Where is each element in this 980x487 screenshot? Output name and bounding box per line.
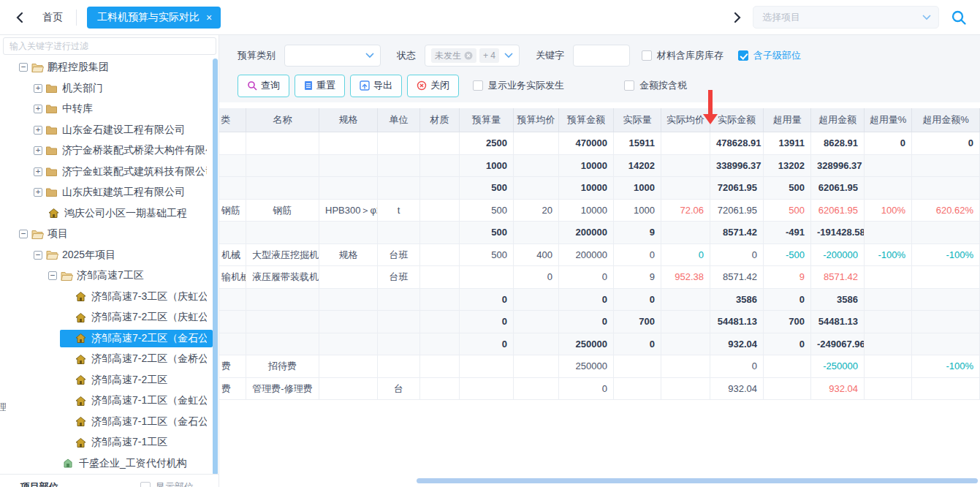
- tree-item[interactable]: 鸿庆公司小区一期基础工程: [0, 203, 213, 224]
- expand-icon[interactable]: +: [34, 188, 42, 197]
- collapse-icon[interactable]: −: [19, 63, 28, 72]
- include-children-checkbox[interactable]: [738, 50, 748, 61]
- tree-item[interactable]: 济邹高速7-2工区（金石公司）: [0, 328, 213, 350]
- expand-icon[interactable]: +: [34, 126, 42, 135]
- table-cell: [420, 378, 460, 401]
- table-cell: 钢筋: [219, 200, 246, 222]
- table-cell: [514, 311, 559, 333]
- column-header[interactable]: 实际均价: [661, 108, 710, 132]
- show-parts-checkbox[interactable]: [140, 482, 151, 487]
- tabs-forward-icon[interactable]: [729, 9, 745, 26]
- tree-item[interactable]: 千盛企业_工资代付机构: [0, 453, 213, 475]
- home-icon: [75, 355, 88, 364]
- collapse-icon[interactable]: −: [48, 271, 57, 280]
- table-row[interactable]: 250047000015911478628.91139118628.9100: [219, 132, 980, 155]
- sidebar-vertical-scrollbar[interactable]: [213, 58, 218, 475]
- close-button[interactable]: 关闭: [407, 75, 459, 97]
- column-header[interactable]: 预算金额: [559, 108, 614, 132]
- show-actual-checkbox-group[interactable]: 显示业务实际发生: [473, 79, 564, 92]
- show-actual-checkbox[interactable]: [473, 80, 483, 91]
- column-header[interactable]: 超用量: [764, 108, 811, 132]
- tree-item[interactable]: 济邹高速7-2工区: [0, 370, 213, 391]
- table-cell: [378, 311, 420, 333]
- chevron-down-icon: [365, 53, 374, 58]
- table-row[interactable]: 50020000098571.42-491-191428.58: [219, 222, 980, 244]
- table-cell: [912, 378, 980, 401]
- table-row[interactable]: 费招待费2500000-250000-100%: [219, 355, 980, 378]
- table-row[interactable]: 钢筋钢筋HPB300＞φ2t5002010000100072.0672061.9…: [219, 200, 980, 222]
- column-header[interactable]: 超用金额: [811, 108, 865, 132]
- column-header[interactable]: 材质: [420, 108, 460, 132]
- tree-item[interactable]: +山东金石建设工程有限公司: [0, 120, 213, 141]
- tab-close-icon[interactable]: ×: [206, 12, 212, 23]
- column-header[interactable]: 实际量: [614, 108, 661, 132]
- expand-icon[interactable]: +: [34, 105, 42, 113]
- column-header[interactable]: 超用金额%: [912, 108, 980, 132]
- project-search-icon[interactable]: [948, 7, 970, 29]
- table-cell: 8628.91: [811, 132, 865, 155]
- tree-item[interactable]: 济邹高速7-1工区（金石公司）: [0, 412, 213, 433]
- tree-item[interactable]: +济宁金虹装配式建筑科技有限公司: [0, 162, 213, 183]
- tabs-back-icon[interactable]: [12, 9, 28, 26]
- column-header[interactable]: 单位: [378, 108, 420, 132]
- tree-item[interactable]: +中转库: [0, 99, 213, 120]
- tax-included-checkbox[interactable]: [624, 80, 634, 91]
- table-row[interactable]: 000358603586: [219, 289, 980, 312]
- tree-item[interactable]: 济邹高速7-1工区: [0, 432, 213, 453]
- tree-item[interactable]: −济邹高速7工区: [0, 265, 213, 287]
- table-row[interactable]: 费管理费-修理费台0932.04932.04: [219, 378, 980, 401]
- project-select[interactable]: 选择项目: [753, 6, 939, 29]
- table-cell: [319, 132, 378, 155]
- tree-item[interactable]: +机关部门: [0, 78, 213, 99]
- keyword-input[interactable]: [573, 45, 630, 67]
- column-header[interactable]: 预算量: [460, 108, 514, 132]
- table-row[interactable]: 10001000014202338996.3713202328996.37: [219, 155, 980, 178]
- material-stock-checkbox[interactable]: [642, 50, 652, 61]
- table-cell: [246, 289, 319, 312]
- column-header[interactable]: 实际金额: [710, 108, 764, 132]
- tree-item[interactable]: −项目: [0, 224, 213, 245]
- tag-remove-icon[interactable]: [464, 51, 473, 60]
- tree-item[interactable]: +山东庆虹建筑工程有限公司: [0, 182, 213, 203]
- budget-type-select[interactable]: [284, 45, 381, 67]
- tree-item[interactable]: −鹏程控股集团: [0, 57, 213, 78]
- table-row[interactable]: 机械大型液压挖掘机规格台班500400200000000-500-200000-…: [219, 244, 980, 267]
- collapse-icon[interactable]: −: [34, 251, 42, 260]
- column-header[interactable]: 名称: [246, 108, 319, 132]
- side-tab-handle[interactable]: 理: [0, 401, 6, 414]
- table-row[interactable]: 输机械液压履带装载机台班009952.388571.4298571.42: [219, 266, 980, 289]
- show-parts-checkbox-group[interactable]: 显示部位: [140, 480, 194, 487]
- column-header[interactable]: 超用量%: [865, 108, 912, 132]
- tax-included-checkbox-group[interactable]: 金额按含税: [624, 79, 687, 92]
- expand-icon[interactable]: +: [34, 84, 42, 93]
- table-row[interactable]: 0070054481.1370054481.13: [219, 311, 980, 333]
- tree-item[interactable]: 济邹高速7-1工区（金虹公司）: [0, 390, 213, 412]
- reset-button[interactable]: 重置: [295, 75, 345, 97]
- collapse-icon[interactable]: −: [19, 230, 28, 238]
- tree-item-label: 济邹高速7-3工区（庆虹公司）: [91, 290, 207, 303]
- tree-item[interactable]: 济邹高速7-2工区（金桥公司）: [0, 349, 213, 370]
- tree-item[interactable]: 济邹高速7-3工区（庆虹公司）: [0, 287, 213, 308]
- table-horizontal-scrollbar[interactable]: [417, 478, 978, 483]
- table-cell: -100%: [865, 244, 912, 267]
- table-row[interactable]: 02500000932.040-249067.96: [219, 333, 980, 356]
- status-select[interactable]: 未发生 + 4: [425, 45, 520, 67]
- include-children-checkbox-group[interactable]: 含子级部位: [738, 49, 801, 62]
- tree-item[interactable]: −2025年项目: [0, 245, 213, 266]
- expand-icon[interactable]: +: [34, 167, 42, 176]
- column-header[interactable]: 规格: [319, 108, 378, 132]
- column-header[interactable]: 类: [219, 108, 246, 132]
- tree-item[interactable]: +济宁金桥装配式桥梁大构件有限公司: [0, 140, 213, 162]
- tab-active[interactable]: 工料机预算与实际对比 ×: [87, 7, 221, 29]
- material-stock-checkbox-group[interactable]: 材料含库房库存: [642, 49, 723, 62]
- query-button[interactable]: 查询: [238, 75, 289, 97]
- tab-home[interactable]: 首页: [42, 11, 63, 24]
- column-header[interactable]: 预算均价: [514, 108, 559, 132]
- table-row[interactable]: 50010000100072061.9550062061.95: [219, 177, 980, 200]
- tree-filter-input[interactable]: [3, 37, 216, 55]
- tree-item-label: 2025年项目: [62, 249, 115, 262]
- table-cell: [420, 132, 460, 155]
- expand-icon[interactable]: +: [34, 146, 42, 155]
- tree-item[interactable]: 济邹高速7-2工区（庆虹公司）: [0, 307, 213, 328]
- export-button[interactable]: 导出: [350, 75, 402, 97]
